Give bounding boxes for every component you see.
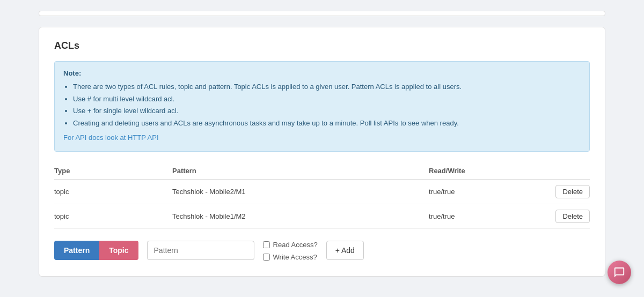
- read-access-label[interactable]: Read Access?: [263, 241, 318, 249]
- fab-button[interactable]: [608, 261, 631, 284]
- acl-table: Type Pattern Read/Write topic Techshlok …: [54, 164, 590, 229]
- topic-toggle-button[interactable]: Topic: [99, 241, 138, 260]
- note-item-2: Use # for multi level wildcard acl.: [73, 94, 581, 105]
- delete-button-1[interactable]: Delete: [555, 185, 590, 198]
- write-access-checkbox[interactable]: [263, 254, 270, 261]
- note-item-3: Use + for single level wildcard acl.: [73, 106, 581, 117]
- read-access-text: Read Access?: [273, 241, 318, 249]
- row2-type: topic: [54, 212, 172, 220]
- add-section: Pattern Topic Read Access? Write Access?…: [54, 241, 590, 261]
- note-box: Note: There are two types of ACL rules, …: [54, 61, 590, 152]
- table-row: topic Techshlok - Mobile2/M1 true/true D…: [54, 180, 590, 204]
- header-type: Type: [54, 167, 172, 175]
- pattern-input[interactable]: [147, 241, 254, 260]
- access-section: Read Access? Write Access?: [263, 241, 318, 261]
- chat-icon: [613, 266, 625, 278]
- card-title: ACLs: [54, 40, 590, 51]
- header-pattern: Pattern: [172, 167, 429, 175]
- row2-pattern: Techshlok - Mobile1/M2: [172, 212, 429, 220]
- read-access-checkbox[interactable]: [263, 241, 270, 248]
- table-row: topic Techshlok - Mobile1/M2 true/true D…: [54, 204, 590, 229]
- note-list: There are two types of ACL rules, topic …: [63, 81, 581, 129]
- header-readwrite: Read/Write: [429, 167, 536, 175]
- row1-pattern: Techshlok - Mobile2/M1: [172, 188, 429, 196]
- row1-readwrite: true/true: [429, 188, 536, 196]
- note-item-1: There are two types of ACL rules, topic …: [73, 81, 581, 93]
- note-item-4: Creating and deleting users and ACLs are…: [73, 118, 581, 129]
- header-action: [536, 167, 590, 175]
- pattern-toggle-button[interactable]: Pattern: [54, 241, 99, 260]
- row1-type: topic: [54, 188, 172, 196]
- write-access-text: Write Access?: [273, 253, 317, 261]
- acls-card: ACLs Note: There are two types of ACL ru…: [39, 27, 605, 277]
- top-bar-spacer: [39, 11, 605, 16]
- type-toggle: Pattern Topic: [54, 241, 138, 260]
- note-label: Note:: [63, 68, 581, 79]
- table-header: Type Pattern Read/Write: [54, 164, 590, 180]
- add-button[interactable]: + Add: [326, 241, 364, 260]
- write-access-label[interactable]: Write Access?: [263, 253, 318, 261]
- api-link[interactable]: For API docs look at HTTP API: [63, 133, 159, 142]
- page-wrapper: ACLs Note: There are two types of ACL ru…: [0, 0, 644, 297]
- row2-readwrite: true/true: [429, 212, 536, 220]
- delete-button-2[interactable]: Delete: [555, 210, 590, 223]
